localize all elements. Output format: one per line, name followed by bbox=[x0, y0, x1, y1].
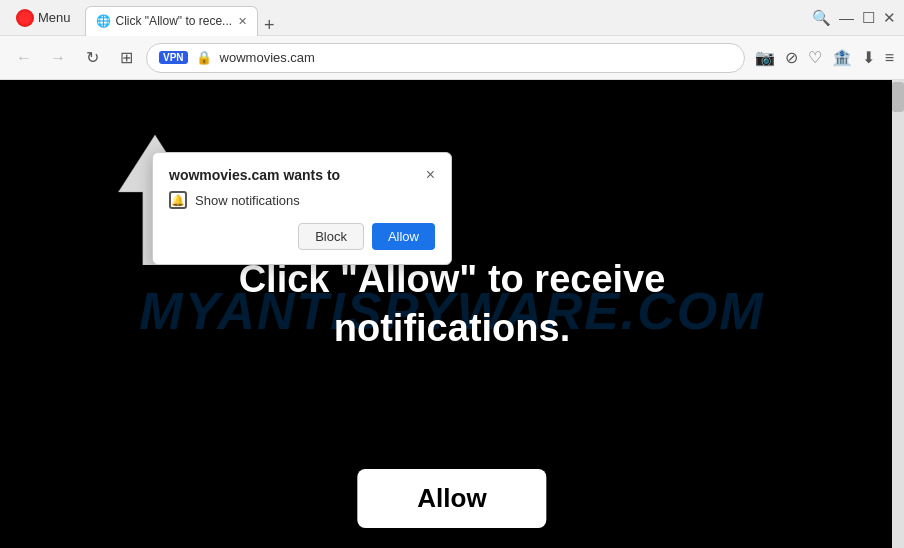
browser-frame: Menu 🌐 Click "Allow" to rece... ✕ + 🔍 — … bbox=[0, 0, 904, 548]
heart-icon[interactable]: ♡ bbox=[808, 48, 822, 67]
lock-icon: 🔒 bbox=[196, 50, 212, 65]
toolbar: ← → ↻ ⊞ VPN 🔒 wowmovies.cam 📷 ⊘ ♡ 🏦 ⬇ ≡ bbox=[0, 36, 904, 80]
camera-icon[interactable]: 📷 bbox=[755, 48, 775, 67]
reload-button[interactable]: ↻ bbox=[78, 44, 106, 72]
menu-label: Menu bbox=[38, 10, 71, 25]
block-button[interactable]: Block bbox=[298, 223, 364, 250]
notification-permission-icon: 🔔 bbox=[169, 191, 187, 209]
popup-actions: Block Allow bbox=[169, 223, 435, 250]
address-text: wowmovies.cam bbox=[220, 50, 315, 65]
vpn-badge: VPN bbox=[159, 51, 188, 64]
tab-favicon: 🌐 bbox=[96, 14, 110, 28]
back-icon: ← bbox=[16, 49, 32, 67]
menu-icon[interactable]: ≡ bbox=[885, 49, 894, 67]
permission-label: Show notifications bbox=[195, 193, 300, 208]
toolbar-icons: 📷 ⊘ ♡ 🏦 ⬇ ≡ bbox=[755, 48, 894, 67]
tab-bar: 🌐 Click "Allow" to rece... ✕ + bbox=[85, 0, 802, 36]
search-icon[interactable]: 🔍 bbox=[812, 9, 831, 27]
forward-icon: → bbox=[50, 49, 66, 67]
popup-title: wowmovies.cam wants to bbox=[169, 167, 340, 183]
allow-button[interactable]: Allow bbox=[372, 223, 435, 250]
page-main-text: Click "Allow" to receive notifications. bbox=[0, 255, 904, 354]
title-bar: Menu 🌐 Click "Allow" to rece... ✕ + 🔍 — … bbox=[0, 0, 904, 36]
page-content: MYANTISPYWARE.COM Click "Allow" to recei… bbox=[0, 80, 904, 548]
tabs-button[interactable]: ⊞ bbox=[112, 44, 140, 72]
notification-popup: wowmovies.cam wants to × 🔔 Show notifica… bbox=[152, 152, 452, 265]
tabs-icon: ⊞ bbox=[120, 48, 133, 67]
tab-title: Click "Allow" to rece... bbox=[116, 14, 233, 28]
maximize-button[interactable]: ☐ bbox=[862, 9, 875, 27]
popup-permission-row: 🔔 Show notifications bbox=[169, 191, 435, 209]
address-bar[interactable]: VPN 🔒 wowmovies.cam bbox=[146, 43, 745, 73]
popup-close-button[interactable]: × bbox=[426, 167, 435, 183]
forward-button[interactable]: → bbox=[44, 44, 72, 72]
opera-icon bbox=[16, 9, 34, 27]
new-tab-button[interactable]: + bbox=[258, 15, 281, 36]
wallet-icon[interactable]: 🏦 bbox=[832, 48, 852, 67]
tab-close-icon[interactable]: ✕ bbox=[238, 15, 247, 28]
back-button[interactable]: ← bbox=[10, 44, 38, 72]
page-allow-button[interactable]: Allow bbox=[357, 469, 546, 528]
scrollbar[interactable] bbox=[892, 80, 904, 548]
scroll-thumb[interactable] bbox=[892, 82, 904, 112]
download-icon[interactable]: ⬇ bbox=[862, 48, 875, 67]
active-tab[interactable]: 🌐 Click "Allow" to rece... ✕ bbox=[85, 6, 259, 36]
close-button[interactable]: ✕ bbox=[883, 9, 896, 27]
popup-header: wowmovies.cam wants to × bbox=[169, 167, 435, 183]
reload-icon: ↻ bbox=[86, 48, 99, 67]
page-text-line2: notifications. bbox=[334, 307, 570, 349]
menu-button[interactable]: Menu bbox=[8, 5, 79, 31]
shield-icon[interactable]: ⊘ bbox=[785, 48, 798, 67]
minimize-button[interactable]: — bbox=[839, 9, 854, 26]
